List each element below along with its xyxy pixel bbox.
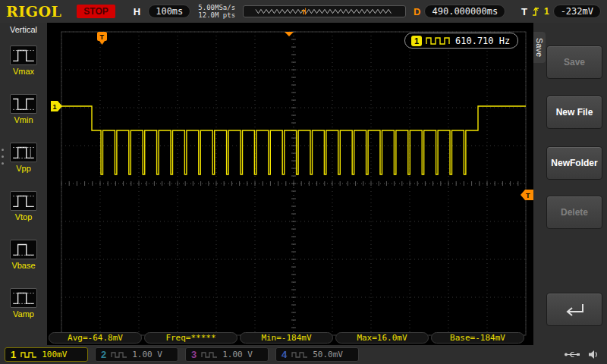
- measurement-avg: Avg=-64.8mV: [49, 332, 142, 344]
- sidebar-item-vbase[interactable]: Vbase: [2, 231, 45, 279]
- measurement-max: Max=16.0mV: [335, 332, 429, 344]
- vertical-measure-menu: Vertical Vmax Vmin: [0, 23, 47, 345]
- new-file-button[interactable]: New File: [546, 96, 602, 129]
- waveform-display: 1 T T 1: [47, 23, 533, 345]
- channel2-scale: 1.00 V: [132, 350, 162, 359]
- delay-value[interactable]: 490.000000ms: [424, 5, 505, 18]
- trigger-level-value[interactable]: -232mV: [553, 5, 601, 18]
- sidebar-item-vpp[interactable]: Vpp: [2, 133, 45, 182]
- ch1-coupling-icon: [20, 351, 37, 359]
- delay-readout: D 490.000000ms: [414, 5, 505, 18]
- oscilloscope-ui: RIGOL STOP H 100ms 5.00MSa/s 12.0M pts T…: [0, 0, 607, 364]
- measurement-freq: Freq=*****: [144, 332, 237, 344]
- vamp-icon: [10, 288, 37, 308]
- sidebar-item-vmax[interactable]: Vmax: [2, 36, 45, 85]
- delay-label: D: [414, 6, 420, 17]
- sidebar-item-label: Vbase: [11, 261, 35, 270]
- channel1-status[interactable]: 1 100mV: [5, 347, 88, 362]
- channel3-status[interactable]: 3 1.00 V: [185, 347, 269, 362]
- sidebar-item-label: Vtop: [15, 212, 33, 221]
- save-menu-tab: Save: [533, 32, 546, 63]
- square-wave-icon: [426, 36, 451, 46]
- speaker-icon[interactable]: [588, 350, 599, 359]
- svg-text:T: T: [526, 192, 530, 199]
- trigger-level-marker[interactable]: T: [521, 190, 533, 200]
- measurement-bar: Avg=-64.8mV Freq=***** Min=-184mV Max=16…: [49, 332, 524, 344]
- sidebar-item-label: Vmin: [14, 115, 33, 124]
- brand-logo: RIGOL: [6, 3, 61, 20]
- memory-depth: 12.0M pts: [198, 11, 235, 19]
- timebase-value[interactable]: 100ms: [148, 5, 190, 18]
- channel3-scale: 1.00 V: [222, 350, 253, 359]
- acquisition-info: 5.00MSa/s 12.0M pts: [198, 4, 235, 19]
- svg-text:T: T: [100, 33, 105, 41]
- measurement-min: Min=-184mV: [240, 332, 333, 344]
- channel-status-bar: 1 100mV 2 1.00 V 3 1.00 V 4 50.0mV: [0, 345, 607, 364]
- freq-counter-value: 610.710 Hz: [455, 36, 510, 46]
- horizontal-label: H: [134, 6, 140, 17]
- vmax-icon: [10, 46, 37, 65]
- run-state-badge[interactable]: STOP: [77, 5, 115, 18]
- sidebar-item-label: Vmax: [13, 67, 34, 76]
- channel3-number: 3: [191, 349, 197, 360]
- channel4-scale: 50.0mV: [313, 350, 343, 359]
- svg-text:1: 1: [53, 103, 57, 111]
- new-folder-button[interactable]: NewFolder: [546, 146, 602, 180]
- vtop-icon: [10, 191, 37, 211]
- channel2-number: 2: [101, 349, 106, 360]
- channel1-scale: 100mV: [42, 350, 67, 359]
- ch3-coupling-icon: [201, 351, 218, 359]
- usb-icon: [564, 350, 580, 359]
- sample-rate: 5.00MSa/s: [198, 4, 235, 11]
- vbase-icon: [10, 240, 37, 259]
- menu-page-indicator: [2, 149, 4, 165]
- freq-counter-badge: 1 610.710 Hz: [404, 33, 518, 49]
- strip-trigger-icon: T: [301, 8, 306, 16]
- return-button[interactable]: [546, 293, 602, 326]
- channel4-number: 4: [281, 349, 287, 360]
- return-arrow-icon: [558, 300, 591, 319]
- top-status-bar: RIGOL STOP H 100ms 5.00MSa/s 12.0M pts T…: [0, 0, 607, 23]
- vpp-icon: [10, 143, 37, 162]
- window-center-marker: [285, 32, 294, 36]
- channel4-status[interactable]: 4 50.0mV: [275, 347, 359, 362]
- freq-counter-source: 1: [411, 36, 422, 46]
- sidebar-item-label: Vamp: [13, 309, 34, 318]
- ch4-coupling-icon: [291, 351, 308, 359]
- channel1-marker[interactable]: 1: [51, 101, 62, 111]
- sidebar-item-label: Vpp: [16, 164, 31, 173]
- ch2-coupling-icon: [111, 351, 127, 359]
- system-icons: [564, 350, 602, 359]
- channel2-status[interactable]: 2 1.00 V: [95, 347, 178, 362]
- trigger-position-marker[interactable]: T: [97, 32, 107, 45]
- trigger-slope-icon: [531, 5, 540, 17]
- delete-button[interactable]: Delete: [546, 196, 602, 229]
- trigger-readout: T 1 -232mV: [521, 5, 601, 18]
- screen-grid: 1 T T: [50, 29, 533, 341]
- horizontal-position-strip[interactable]: T: [243, 5, 406, 17]
- sidebar-item-vtop[interactable]: Vtop: [2, 182, 45, 231]
- trigger-source: 1: [544, 6, 549, 17]
- sidebar-item-vmin[interactable]: Vmin: [2, 85, 45, 133]
- save-button[interactable]: Save: [546, 46, 602, 79]
- channel1-number: 1: [11, 349, 16, 360]
- save-menu: Save Save New File NewFolder Delete: [533, 23, 607, 345]
- middle-region: Vertical Vmax Vmin: [0, 23, 607, 345]
- sidebar-item-vamp[interactable]: Vamp: [2, 279, 45, 328]
- vmin-icon: [10, 94, 37, 114]
- measurement-base: Base=-184mV: [431, 332, 524, 344]
- trigger-label: T: [521, 6, 527, 17]
- waveform-ch1: [61, 106, 526, 174]
- sidebar-title: Vertical: [10, 25, 37, 34]
- memory-waveform-icon: [256, 9, 392, 13]
